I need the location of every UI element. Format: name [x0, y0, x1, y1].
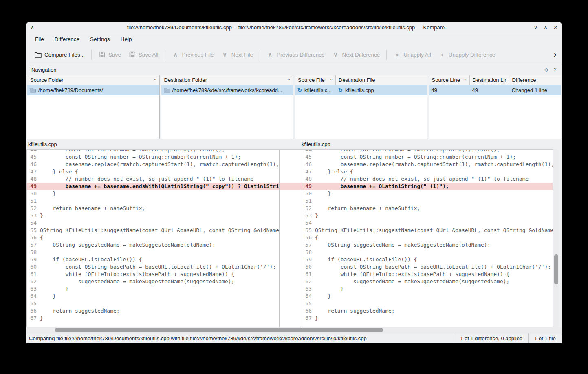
line-text: }	[314, 212, 318, 219]
line-number: 55	[27, 227, 39, 234]
source-line-header[interactable]: Source Line ^	[429, 75, 470, 85]
unapply-difference-button: ‹ Unapply Difference	[435, 48, 499, 61]
destination-folder-row[interactable]: /home/fhek789/kde/src/frameworks/kcoread…	[161, 85, 293, 95]
float-dock-icon[interactable]: ◇	[544, 67, 548, 72]
code-line: 48 // number does not exist, so just app…	[302, 175, 553, 183]
titlebar[interactable]: ∧ file:///home/fhek789/Documents/kfileut…	[26, 22, 562, 33]
unapply-all-button: « Unapply All	[390, 48, 435, 61]
chevron-down-icon: ∨	[221, 51, 229, 58]
line-text: QString suggestedName = makeSuggestedNam…	[314, 241, 490, 249]
line-number: 44	[302, 149, 314, 153]
difference-row[interactable]: 49 49 Changed 1 line	[429, 85, 561, 95]
line-text: } else {	[314, 168, 353, 175]
statusbar: Comparing file file:///home/fhek789/Docu…	[26, 333, 562, 343]
difference-value: Changed 1 line	[509, 85, 561, 95]
code-line: 53}	[27, 212, 279, 219]
diff-right-lines: 44 const int currentNum = rmatch.capture…	[302, 149, 553, 322]
menu-file[interactable]: File	[30, 34, 49, 44]
line-number: 46	[27, 161, 39, 168]
line-text: while (QFileInfo::exists(basePath + sugg…	[314, 271, 509, 278]
line-text: const int currentNum = rmatch.captured(1…	[314, 149, 500, 153]
line-number: 65	[27, 300, 39, 307]
line-text: }	[39, 212, 43, 219]
code-line: 63 }	[27, 285, 279, 293]
source-folder-list: /home/fhek789/Documents/	[27, 85, 159, 139]
horizontal-scrollbar-handle[interactable]	[55, 328, 383, 332]
code-line: 52 return basename + nameSuffix;	[27, 205, 279, 212]
line-number: 65	[302, 300, 314, 307]
line-number: 63	[27, 285, 39, 293]
source-folder-header-row: Source Folder ^	[27, 75, 159, 85]
diff-connector	[280, 149, 302, 327]
save-icon	[98, 51, 106, 58]
source-folder-header[interactable]: Source Folder ^	[27, 75, 159, 85]
compare-files-button[interactable]: Compare Files...	[31, 48, 88, 61]
line-number: 56	[302, 234, 314, 241]
destination-folder-header[interactable]: Destination Folder ^	[161, 75, 293, 85]
save-all-button: Save All	[125, 48, 162, 61]
code-line: 52 return basename + nameSuffix;	[302, 205, 553, 212]
destination-file-header[interactable]: Destination File	[336, 75, 427, 85]
menu-help[interactable]: Help	[115, 34, 137, 44]
folder-compare-icon	[34, 51, 42, 58]
source-folder-row[interactable]: /home/fhek789/Documents/	[27, 85, 159, 95]
vertical-scrollbar[interactable]	[553, 149, 559, 327]
desktop-background: ∧ file:///home/fhek789/Documents/kfileut…	[0, 0, 588, 374]
line-text	[39, 219, 40, 227]
diff-pane-right[interactable]: 44 const int currentNum = rmatch.capture…	[302, 149, 553, 327]
code-line: 44 const int currentNum = rmatch.capture…	[302, 149, 553, 153]
line-text: const QString number = QString::number(c…	[314, 153, 516, 161]
navigation-dock-header[interactable]: Navigation ◇ ×	[26, 64, 562, 75]
maximize-button[interactable]: ∧	[544, 25, 548, 30]
horizontal-scrollbar[interactable]	[26, 327, 562, 333]
line-text: suggestedName = makeSuggestedName(sugges…	[314, 278, 509, 285]
code-line: 47 } else {	[302, 168, 553, 175]
line-number: 59	[27, 256, 39, 263]
save-all-label: Save All	[139, 52, 159, 58]
diff-connector-band	[280, 183, 302, 190]
vertical-scrollbar-handle[interactable]	[554, 254, 558, 284]
line-text: while (QFileInfo::exists(basePath + sugg…	[39, 271, 234, 278]
code-line: 53}	[302, 212, 553, 219]
line-number: 53	[302, 212, 314, 219]
destination-file-name: kfileutils.cpp	[345, 87, 374, 93]
lines-header-row: Source Line ^ Destination Lir Difference	[429, 75, 561, 85]
code-line: 61 while (QFileInfo::exists(basePath + s…	[302, 271, 553, 278]
diff-pane-titles: kfileutils.cpp kfileutils.cpp	[26, 139, 562, 149]
difference-header[interactable]: Difference	[509, 75, 561, 85]
line-text: }	[314, 293, 331, 300]
next-difference-button: ∨ Next Difference	[328, 48, 383, 61]
source-folder-path: /home/fhek789/Documents/	[38, 87, 103, 93]
unapply-all-label: Unapply All	[403, 52, 431, 58]
destination-line-header[interactable]: Destination Lir	[470, 75, 509, 85]
close-button[interactable]: ×	[554, 24, 557, 31]
save-all-icon	[128, 51, 136, 58]
line-text: if (baseURL.isLocalFile()) {	[39, 256, 142, 263]
line-text: }	[39, 293, 56, 300]
menu-difference[interactable]: Difference	[49, 34, 85, 44]
line-number: 66	[27, 307, 39, 315]
source-file-header[interactable]: Source File ^	[295, 75, 336, 85]
diff-pane-left[interactable]: 44 const int currentNum = rmatch.capture…	[26, 149, 280, 327]
folder-icon	[30, 87, 36, 93]
line-text: const QString number = QString::number(c…	[39, 153, 241, 161]
line-number: 49	[27, 183, 39, 190]
line-text: basename.replace(rmatch.capturedStart(1)…	[39, 161, 279, 168]
diff-right-title: kfileutils.cpp	[302, 141, 562, 147]
line-text: return suggestedName;	[39, 307, 120, 315]
code-line: 57 QString suggestedName = makeSuggested…	[302, 241, 553, 249]
save-label: Save	[108, 52, 121, 58]
line-text: }	[39, 315, 43, 322]
minimize-button[interactable]: ∨	[534, 25, 538, 30]
window-controls: ∨ ∧ ×	[534, 24, 557, 31]
line-number: 51	[302, 197, 314, 205]
files-row[interactable]: ↻ kfileutils.c... ↻ kfileutils.cpp	[295, 85, 427, 95]
diff-view: 44 const int currentNum = rmatch.capture…	[26, 149, 562, 327]
toolbar-overflow-button[interactable]: ›	[553, 50, 557, 59]
compare-files-label: Compare Files...	[44, 52, 85, 58]
kompare-window: ∧ file:///home/fhek789/Documents/kfileut…	[26, 22, 562, 343]
line-text: return basename + nameSuffix;	[314, 205, 420, 212]
menu-settings[interactable]: Settings	[85, 34, 115, 44]
close-dock-icon[interactable]: ×	[554, 67, 557, 72]
differences-list: 49 49 Changed 1 line	[429, 85, 561, 139]
